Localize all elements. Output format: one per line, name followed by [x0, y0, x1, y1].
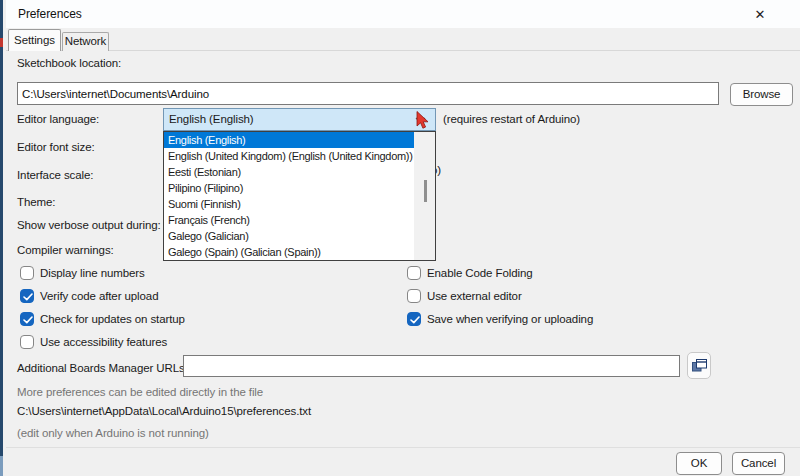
- dropdown-option[interactable]: English (United Kingdom) (English (Unite…: [164, 148, 414, 164]
- dropdown-option[interactable]: Eesti (Estonian): [164, 164, 414, 180]
- close-icon[interactable]: ✕: [744, 4, 776, 25]
- dropdown-scrollbar-thumb[interactable]: [424, 180, 427, 202]
- verbose-output-label: Show verbose output during:: [17, 217, 161, 233]
- preferences-file-path: C:\Users\internet\AppData\Local\Arduino1…: [17, 403, 311, 419]
- interface-scale-label: Interface scale:: [17, 167, 93, 183]
- dialog-title: Preferences: [18, 0, 82, 28]
- dropdown-scrollbar[interactable]: [414, 132, 435, 260]
- checkbox-label: Check for updates on startup: [40, 312, 185, 328]
- checkbox-label: Use external editor: [427, 289, 522, 305]
- checkbox-label: Verify code after upload: [40, 289, 158, 305]
- sketchbook-location-input[interactable]: [17, 82, 719, 105]
- ok-button[interactable]: OK: [676, 452, 722, 475]
- dropdown-option[interactable]: Pilipino (Filipino): [164, 180, 414, 196]
- boards-manager-urls-input[interactable]: [183, 355, 680, 377]
- tab-settings[interactable]: Settings: [8, 29, 61, 51]
- checkbox-label: Use accessibility features: [40, 335, 167, 351]
- dropdown-option[interactable]: Galego (Galician): [164, 228, 414, 244]
- dropdown-option[interactable]: Galego (Spain) (Galician (Spain)): [164, 244, 414, 260]
- windows-icon: [692, 359, 707, 372]
- editor-font-size-label: Editor font size:: [17, 139, 95, 155]
- checkbox-box[interactable]: [407, 266, 421, 280]
- tab-network[interactable]: Network: [62, 32, 109, 51]
- open-urls-dialog-button[interactable]: [687, 352, 711, 379]
- editor-language-label: Editor language:: [17, 111, 99, 127]
- title-bar: [6, 0, 800, 28]
- compiler-warnings-label: Compiler warnings:: [17, 242, 114, 258]
- cancel-button[interactable]: Cancel: [732, 452, 785, 475]
- edit-only-note: (edit only when Arduino is not running): [17, 425, 209, 441]
- editor-language-combobox[interactable]: English (English): [163, 108, 436, 131]
- tab-strip: [6, 28, 800, 51]
- checkbox-label: Save when verifying or uploading: [427, 312, 593, 328]
- preferences-dialog: Preferences ✕ Settings Network Sketchboo…: [3, 0, 800, 476]
- more-preferences-hint: More preferences can be edited directly …: [17, 384, 263, 400]
- language-dropdown-list: English (English) English (United Kingdo…: [163, 131, 436, 261]
- checkbox-label: Display line numbers: [40, 266, 145, 282]
- tab-baseline: [6, 50, 800, 51]
- checkbox-box[interactable]: [20, 266, 34, 280]
- button-bar-separator: [6, 447, 800, 448]
- theme-label: Theme:: [17, 194, 55, 210]
- dropdown-option[interactable]: English (English): [164, 132, 414, 148]
- sketchbook-location-label: Sketchbook location:: [17, 55, 121, 71]
- checkbox-box[interactable]: [407, 312, 421, 326]
- checkbox-box[interactable]: [407, 289, 421, 303]
- checkbox-box[interactable]: [20, 312, 34, 326]
- checkbox-box[interactable]: [20, 335, 34, 349]
- browse-button[interactable]: Browse: [730, 83, 793, 106]
- dropdown-option[interactable]: Français (French): [164, 212, 414, 228]
- boards-manager-urls-label: Additional Boards Manager URLs:: [17, 360, 188, 376]
- checkbox-label: Enable Code Folding: [427, 266, 533, 282]
- checkbox-box[interactable]: [20, 289, 34, 303]
- restart-note: (requires restart of Arduino): [443, 111, 580, 127]
- chevron-down-icon[interactable]: [415, 114, 426, 126]
- dropdown-option[interactable]: Suomi (Finnish): [164, 196, 414, 212]
